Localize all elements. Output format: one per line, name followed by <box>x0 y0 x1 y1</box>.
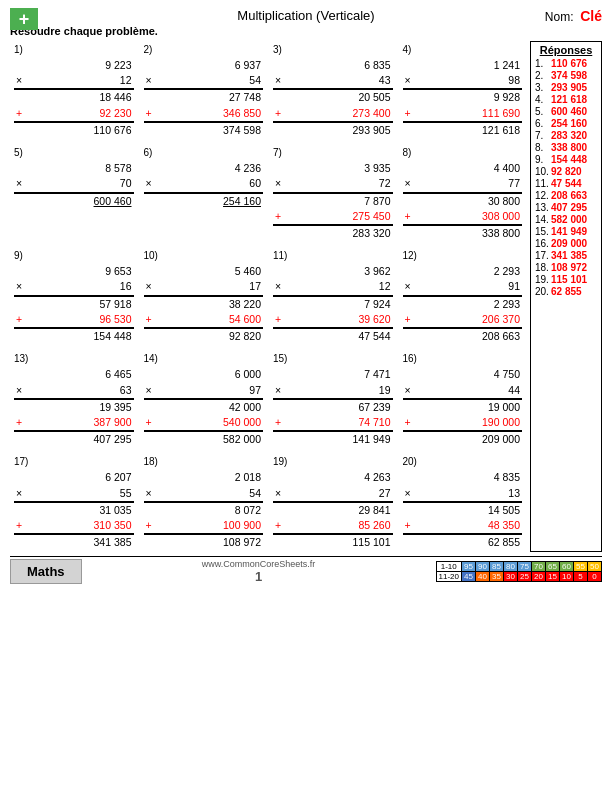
response-item: 11.47 544 <box>535 178 597 189</box>
problem: 15) 7 471 ×19 67 239 +74 710 141 949 <box>269 350 397 449</box>
footer-page: 1 <box>82 569 436 584</box>
response-item: 3.293 905 <box>535 82 597 93</box>
response-num: 5. <box>535 106 551 117</box>
response-item: 6.254 160 <box>535 118 597 129</box>
logo-plus: + <box>19 10 30 28</box>
response-num: 15. <box>535 226 551 237</box>
response-item: 16.209 000 <box>535 238 597 249</box>
problem-num: 17) <box>14 455 134 469</box>
instruction: Résoudre chaque problème. <box>10 25 602 37</box>
problem: 13) 6 465 ×63 19 395 +387 900 407 295 <box>10 350 138 449</box>
response-num: 13. <box>535 202 551 213</box>
response-val: 600 460 <box>551 106 587 117</box>
response-num: 3. <box>535 82 551 93</box>
response-num: 18. <box>535 262 551 273</box>
footer-maths-label: Maths <box>10 559 82 584</box>
problem: 3) 6 835 ×43 20 505 +273 400 293 905 <box>269 41 397 140</box>
problem-num: 5) <box>14 146 134 160</box>
response-item: 17.341 385 <box>535 250 597 261</box>
problems-area: 1) 9 223 ×12 18 446 +92 230 110 676 2) 6… <box>10 41 526 552</box>
problem-num: 10) <box>144 249 264 263</box>
problem-num: 6) <box>144 146 264 160</box>
response-item: 7.283 320 <box>535 130 597 141</box>
problem-num: 14) <box>144 352 264 366</box>
response-val: 341 385 <box>551 250 587 261</box>
response-item: 2.374 598 <box>535 70 597 81</box>
problem-num: 20) <box>403 455 523 469</box>
response-num: 11. <box>535 178 551 189</box>
response-val: 115 101 <box>551 274 587 285</box>
problem: 2) 6 937 ×54 27 748 +346 850 374 598 <box>140 41 268 140</box>
response-item: 20.62 855 <box>535 286 597 297</box>
response-item: 1.110 676 <box>535 58 597 69</box>
problem: 14) 6 000 ×97 42 000 +540 000 582 000 <box>140 350 268 449</box>
response-num: 9. <box>535 154 551 165</box>
response-num: 14. <box>535 214 551 225</box>
response-val: 108 972 <box>551 262 587 273</box>
response-num: 1. <box>535 58 551 69</box>
problem-num: 8) <box>403 146 523 160</box>
footer: Maths www.CommonCoreSheets.fr 1 1-109590… <box>10 556 602 584</box>
page: + Multiplication (Verticale) Nom: Clé Ré… <box>0 0 612 792</box>
response-val: 141 949 <box>551 226 587 237</box>
problem-num: 13) <box>14 352 134 366</box>
response-val: 121 618 <box>551 94 587 105</box>
problem: 16) 4 750 ×44 19 000 +190 000 209 000 <box>399 350 527 449</box>
footer-url: www.CommonCoreSheets.fr 1 <box>82 559 436 584</box>
response-num: 12. <box>535 190 551 201</box>
problem-num: 19) <box>273 455 393 469</box>
responses-area: Réponses 1.110 6762.374 5983.293 9054.12… <box>530 41 602 552</box>
response-num: 4. <box>535 94 551 105</box>
response-num: 16. <box>535 238 551 249</box>
response-val: 209 000 <box>551 238 587 249</box>
response-val: 338 800 <box>551 142 587 153</box>
response-num: 6. <box>535 118 551 129</box>
problem-num: 3) <box>273 43 393 57</box>
cle-label: Clé <box>580 8 602 24</box>
response-val: 293 905 <box>551 82 587 93</box>
problem-num: 11) <box>273 249 393 263</box>
response-num: 17. <box>535 250 551 261</box>
response-val: 208 663 <box>551 190 587 201</box>
response-item: 8.338 800 <box>535 142 597 153</box>
response-num: 19. <box>535 274 551 285</box>
response-item: 9.154 448 <box>535 154 597 165</box>
response-val: 407 295 <box>551 202 587 213</box>
problem: 5) 8 578 ×70 600 460 <box>10 144 138 243</box>
response-val: 154 448 <box>551 154 587 165</box>
problem-num: 15) <box>273 352 393 366</box>
problem-num: 2) <box>144 43 264 57</box>
response-val: 254 160 <box>551 118 587 129</box>
response-item: 19.115 101 <box>535 274 597 285</box>
problem: 18) 2 018 ×54 8 072 +100 900 108 972 <box>140 453 268 552</box>
response-val: 582 000 <box>551 214 587 225</box>
problem: 17) 6 207 ×55 31 035 +310 350 341 385 <box>10 453 138 552</box>
response-num: 7. <box>535 130 551 141</box>
problem: 7) 3 935 ×72 7 870 +275 450 283 320 <box>269 144 397 243</box>
problem: 1) 9 223 ×12 18 446 +92 230 110 676 <box>10 41 138 140</box>
response-val: 47 544 <box>551 178 582 189</box>
problem-num: 12) <box>403 249 523 263</box>
logo: + <box>10 8 38 30</box>
response-num: 20. <box>535 286 551 297</box>
problem: 19) 4 263 ×27 29 841 +85 260 115 101 <box>269 453 397 552</box>
response-item: 13.407 295 <box>535 202 597 213</box>
response-num: 8. <box>535 142 551 153</box>
response-val: 92 820 <box>551 166 582 177</box>
problem: 11) 3 962 ×12 7 924 +39 620 47 544 <box>269 247 397 346</box>
responses-title: Réponses <box>535 44 597 56</box>
responses-list: 1.110 6762.374 5983.293 9054.121 6185.60… <box>535 58 597 297</box>
problem: 9) 9 653 ×16 57 918 +96 530 154 448 <box>10 247 138 346</box>
response-num: 10. <box>535 166 551 177</box>
response-val: 110 676 <box>551 58 587 69</box>
page-title: Multiplication (Verticale) <box>237 8 374 23</box>
problem-num: 1) <box>14 43 134 57</box>
response-item: 15.141 949 <box>535 226 597 237</box>
response-item: 12.208 663 <box>535 190 597 201</box>
problem: 6) 4 236 ×60 254 160 <box>140 144 268 243</box>
main-content: 1) 9 223 ×12 18 446 +92 230 110 676 2) 6… <box>10 41 602 552</box>
problem-num: 7) <box>273 146 393 160</box>
score-area: 1-109590858075706560555011-2045403530252… <box>436 561 602 582</box>
response-val: 283 320 <box>551 130 587 141</box>
problem: 20) 4 835 ×13 14 505 +48 350 62 855 <box>399 453 527 552</box>
